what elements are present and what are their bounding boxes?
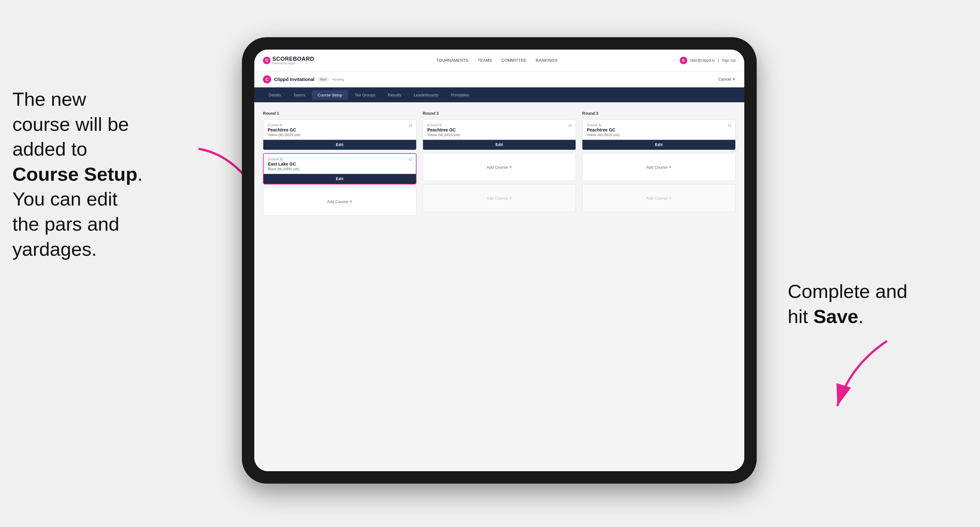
tab-printables[interactable]: Printables xyxy=(445,90,474,100)
round3-add-course-disabled: Add Course + xyxy=(582,184,736,212)
round1-course-b-edit[interactable]: Edit xyxy=(264,174,416,184)
tournament-info: C Clippd Invitational Men Hosting xyxy=(263,75,344,83)
round1-course-a-delete[interactable]: ⊟ xyxy=(409,123,412,128)
nav-links: TOURNAMENTS TEAMS COMMITTEE RANKINGS xyxy=(436,58,558,63)
round1-course-a-name: Peachtree GC xyxy=(268,127,412,132)
top-nav: S SCOREBOARD Powered by clippd TOURNAMEN… xyxy=(254,49,744,71)
tablet-frame: S SCOREBOARD Powered by clippd TOURNAMEN… xyxy=(242,37,757,484)
brand-sub: Powered by clippd xyxy=(272,62,314,65)
round2-add-course-disabled: Add Course + xyxy=(423,184,576,212)
nav-rankings[interactable]: RANKINGS xyxy=(536,58,558,63)
annotation-right: Complete and hit Save. xyxy=(788,279,949,329)
round3-course-a-details: Yellow (M) (6629 yds) xyxy=(587,133,731,137)
round3-course-a-name: Peachtree GC xyxy=(587,127,731,132)
round1-course-a: ⊟ (Course A) Peachtree GC Yellow (M) (66… xyxy=(263,119,417,150)
nav-committee[interactable]: COMMITTEE xyxy=(501,58,527,63)
nav-brand: S SCOREBOARD Powered by clippd xyxy=(263,56,314,65)
round1-course-b-delete[interactable]: ⊟ xyxy=(409,157,412,162)
tab-results[interactable]: Results xyxy=(382,90,407,100)
round3-course-a-delete[interactable]: ⊟ xyxy=(728,123,732,128)
round1-course-a-label: (Course A) xyxy=(268,123,412,127)
round1-course-b-label: (Course B) xyxy=(268,157,412,161)
arrow-right-icon xyxy=(825,335,899,415)
rounds-grid: Round 1 ⊟ (Course A) Peachtree GC Yellow… xyxy=(263,111,736,219)
round-3-title: Round 3 xyxy=(582,111,736,116)
tablet-screen: S SCOREBOARD Powered by clippd TOURNAMEN… xyxy=(254,49,744,471)
tab-bar: Details Teams Course Setup Tee Groups Re… xyxy=(254,87,744,102)
tab-tee-groups[interactable]: Tee Groups xyxy=(349,90,381,100)
round-2-column: Round 2 ⊟ (Course A) Peachtree GC Yellow… xyxy=(423,111,576,219)
tournament-logo: C xyxy=(263,75,271,83)
main-content: Round 1 ⊟ (Course A) Peachtree GC Yellow… xyxy=(254,102,744,471)
sign-out-link[interactable]: Sign out xyxy=(722,58,736,63)
tab-details[interactable]: Details xyxy=(263,90,286,100)
tab-leaderboards[interactable]: Leaderboards xyxy=(408,90,444,100)
user-email: blair@clippd.io xyxy=(690,58,715,63)
tab-teams[interactable]: Teams xyxy=(288,90,311,100)
nav-user: B blair@clippd.io | Sign out xyxy=(680,57,736,64)
tab-course-setup[interactable]: Course Setup xyxy=(312,90,348,100)
round1-course-a-edit[interactable]: Edit xyxy=(263,140,416,150)
round2-course-a: ⊟ (Course A) Peachtree GC Yellow (M) (66… xyxy=(423,119,576,150)
round1-course-b-name: East Lake GC xyxy=(268,162,412,167)
tournament-gender: Men xyxy=(318,77,329,82)
round1-course-b-details: Black (M) (6891 yds) xyxy=(268,167,412,171)
brand-logo: S xyxy=(263,57,270,64)
round3-add-course-active[interactable]: Add Course + xyxy=(582,153,736,181)
round1-course-b: ⊟ (Course B) East Lake GC Black (M) (689… xyxy=(263,153,417,184)
round-1-column: Round 1 ⊟ (Course A) Peachtree GC Yellow… xyxy=(263,111,417,219)
cancel-button[interactable]: Cancel ✕ xyxy=(719,77,736,81)
round1-course-a-details: Yellow (M) (6629 yds) xyxy=(268,133,412,137)
brand-title: SCOREBOARD xyxy=(272,56,314,62)
round2-course-a-details: Yellow (M) (6629 yds) xyxy=(427,133,571,137)
round3-course-a-edit[interactable]: Edit xyxy=(582,140,735,150)
tournament-bar: C Clippd Invitational Men Hosting Cancel… xyxy=(254,71,744,87)
tournament-name: Clippd Invitational xyxy=(274,76,315,82)
round2-course-a-label: (Course A) xyxy=(427,123,571,127)
round3-course-a: ⊟ (Course A) Peachtree GC Yellow (M) (66… xyxy=(582,119,736,150)
nav-teams[interactable]: TEAMS xyxy=(478,58,492,63)
round1-add-course[interactable]: Add Course + xyxy=(263,187,417,216)
round2-course-a-name: Peachtree GC xyxy=(427,127,571,132)
round2-course-a-edit[interactable]: Edit xyxy=(423,140,576,150)
round-2-title: Round 2 xyxy=(423,111,576,116)
user-avatar: B xyxy=(680,57,687,64)
tournament-status: Hosting xyxy=(332,78,344,81)
round3-course-a-label: (Course A) xyxy=(587,123,731,127)
nav-tournaments[interactable]: TOURNAMENTS xyxy=(436,58,468,63)
round-3-column: Round 3 ⊟ (Course A) Peachtree GC Yellow… xyxy=(582,111,736,219)
annotation-left: The new course will be added to Course S… xyxy=(13,87,211,262)
round2-add-course-active[interactable]: Add Course + xyxy=(423,153,576,181)
round-1-title: Round 1 xyxy=(263,111,417,116)
round2-course-a-delete[interactable]: ⊟ xyxy=(568,123,572,128)
